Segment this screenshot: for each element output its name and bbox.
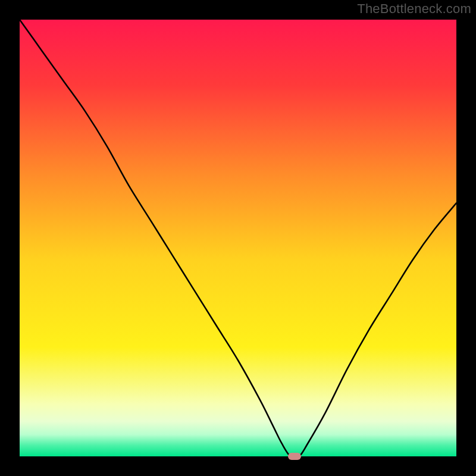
bottleneck-curve bbox=[20, 20, 456, 456]
chart-frame bbox=[20, 20, 456, 456]
optimal-point-marker bbox=[288, 453, 301, 460]
watermark-text: TheBottleneck.com bbox=[357, 1, 471, 17]
